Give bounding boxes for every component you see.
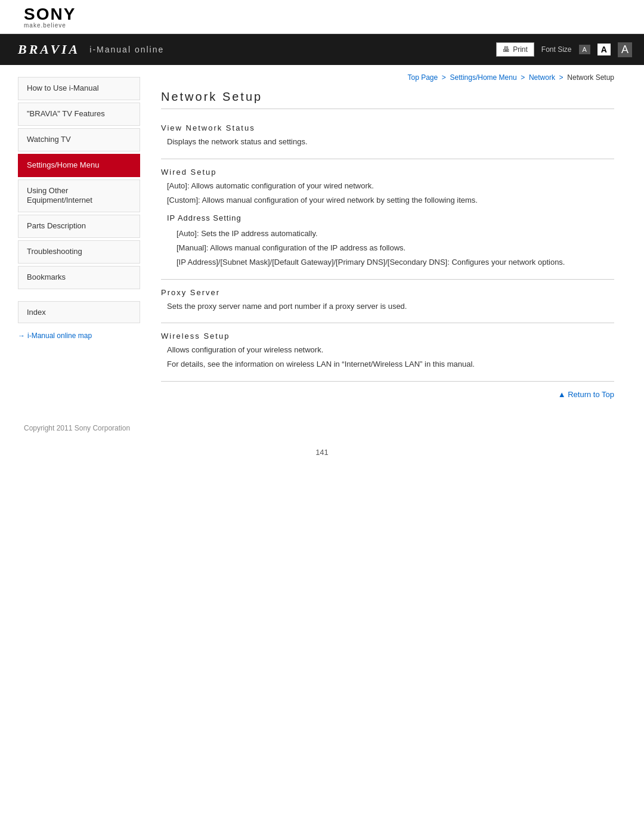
ip-manual-text: [Manual]: Allows manual configuration of… (177, 242, 614, 255)
nav-bar-left: BRAVIA i-Manual online (18, 42, 164, 57)
return-to-top[interactable]: ▲ Return to Top (161, 382, 614, 402)
section-proxy-server: Proxy Server Sets the proxy server name … (161, 280, 614, 324)
sidebar-item-troubleshooting[interactable]: Troubleshooting (18, 240, 140, 264)
sidebar-map-link-label: i-Manual online map (27, 332, 92, 340)
section-title-proxy-server: Proxy Server (161, 288, 614, 297)
section-title-wired-setup: Wired Setup (161, 168, 614, 176)
page-title: Network Setup (161, 90, 614, 109)
page-number: 141 (0, 442, 644, 469)
footer: Copyright 2011 Sony Corporation (0, 414, 644, 442)
breadcrumb-top-page[interactable]: Top Page (407, 73, 438, 82)
wireless-setup-text2: For details, see the information on wire… (167, 358, 614, 371)
copyright-text: Copyright 2011 Sony Corporation (24, 424, 130, 432)
font-size-small-button[interactable]: A (579, 45, 590, 54)
wireless-setup-text1: Allows configuration of your wireless ne… (167, 344, 614, 357)
section-body-wired-setup: [Auto]: Allows automatic configuration o… (161, 180, 614, 269)
proxy-server-text: Sets the proxy server name and port numb… (167, 301, 614, 313)
sidebar-item-parts-description[interactable]: Parts Description (18, 215, 140, 238)
sidebar: How to Use i-Manual "BRAVIA" TV Features… (18, 65, 149, 414)
font-size-medium-button[interactable]: A (597, 44, 611, 55)
section-body-proxy-server: Sets the proxy server name and port numb… (161, 301, 614, 313)
return-to-top-link[interactable]: ▲ Return to Top (558, 390, 614, 399)
view-network-status-text: Displays the network status and settings… (167, 136, 614, 148)
arrow-right-icon: → (18, 332, 25, 340)
triangle-up-icon: ▲ (558, 390, 566, 399)
sidebar-item-using-other-equipment[interactable]: Using Other Equipment/Internet (18, 179, 140, 213)
wired-setup-custom: [Custom]: Allows manual configuration of… (167, 194, 614, 207)
sony-tagline: make.believe (24, 23, 620, 29)
wired-setup-auto: [Auto]: Allows automatic configuration o… (167, 180, 614, 193)
sidebar-spacer (18, 292, 140, 301)
sidebar-map-link[interactable]: → i-Manual online map (18, 326, 140, 340)
main-container: How to Use i-Manual "BRAVIA" TV Features… (0, 65, 644, 414)
content-area: Top Page > Settings/Home Menu > Network … (149, 65, 626, 414)
print-button[interactable]: 🖶 Print (496, 42, 534, 57)
section-body-view-network-status: Displays the network status and settings… (161, 136, 614, 148)
section-title-view-network-status: View Network Status (161, 123, 614, 132)
sidebar-item-watching-tv[interactable]: Watching TV (18, 128, 140, 151)
font-size-large-button[interactable]: A (618, 42, 632, 57)
subsection-title-ip-address: IP Address Setting (167, 212, 614, 225)
bravia-logo: BRAVIA (18, 42, 80, 57)
nav-bar-right: 🖶 Print Font Size A A A (496, 42, 632, 57)
return-to-top-label: Return to Top (568, 390, 614, 399)
breadcrumb-current: Network Setup (567, 73, 614, 82)
subsection-ip-address: IP Address Setting [Auto]: Sets the IP a… (167, 212, 614, 268)
breadcrumb: Top Page > Settings/Home Menu > Network … (161, 73, 614, 82)
font-size-label: Font Size (541, 45, 572, 54)
section-wired-setup: Wired Setup [Auto]: Allows automatic con… (161, 159, 614, 280)
nav-bar: BRAVIA i-Manual online 🖶 Print Font Size… (0, 34, 644, 65)
sidebar-item-index[interactable]: Index (18, 301, 140, 323)
nav-title: i-Manual online (89, 45, 164, 54)
ip-auto-text: [Auto]: Sets the IP address automaticall… (177, 228, 614, 240)
breadcrumb-network[interactable]: Network (529, 73, 555, 82)
section-body-wireless-setup: Allows configuration of your wireless ne… (161, 344, 614, 371)
section-wireless-setup: Wireless Setup Allows configuration of y… (161, 323, 614, 382)
ip-options-text: [IP Address]/[Subnet Mask]/[Default Gate… (177, 256, 614, 269)
print-label: Print (513, 45, 528, 54)
sony-text: SONY (24, 6, 620, 23)
sony-logo: SONY make.believe (24, 6, 620, 29)
breadcrumb-settings[interactable]: Settings/Home Menu (450, 73, 517, 82)
sidebar-item-how-to-use[interactable]: How to Use i-Manual (18, 77, 140, 100)
subsection-body-ip-address: [Auto]: Sets the IP address automaticall… (167, 228, 614, 268)
sidebar-item-bravia-features[interactable]: "BRAVIA" TV Features (18, 103, 140, 126)
sidebar-item-settings-home-menu[interactable]: Settings/Home Menu (18, 154, 140, 177)
section-title-wireless-setup: Wireless Setup (161, 332, 614, 340)
top-bar: SONY make.believe (0, 0, 644, 34)
print-icon: 🖶 (503, 45, 510, 54)
section-view-network-status: View Network Status Displays the network… (161, 115, 614, 159)
sidebar-item-bookmarks[interactable]: Bookmarks (18, 266, 140, 289)
